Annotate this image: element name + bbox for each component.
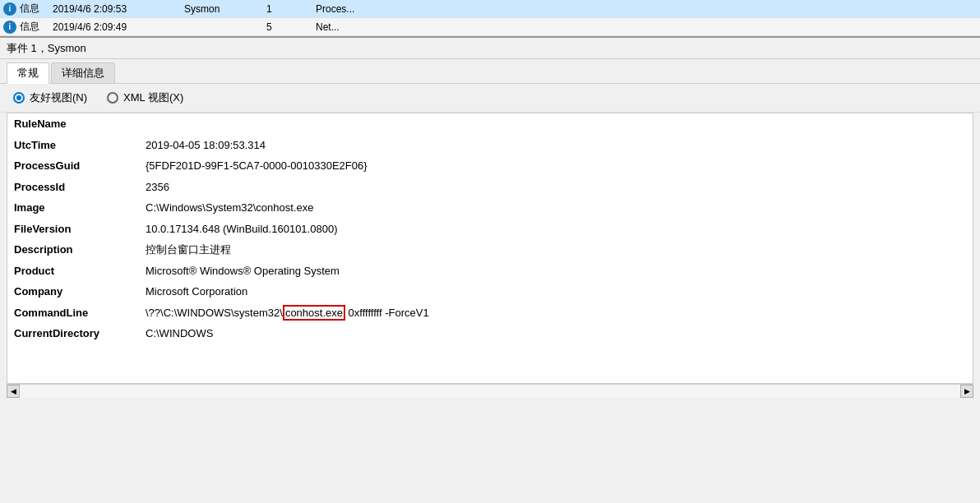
field-name: ProcessId (7, 177, 139, 198)
xml-view-radio[interactable] (107, 92, 118, 104)
table-row: ProcessId2356 (7, 177, 973, 198)
field-name: Description (7, 239, 139, 261)
table-row: ProcessGuid{5FDF201D-99F1-5CA7-0000-0010… (7, 155, 973, 177)
field-value: 2356 (139, 177, 973, 198)
table-row: FileVersion10.0.17134.648 (WinBuild.1601… (7, 219, 973, 240)
event-date-2: 2019/4/6 2:09:49 (53, 21, 184, 33)
scroll-left-arrow[interactable]: ◀ (7, 385, 20, 398)
friendly-view-radio[interactable] (13, 92, 25, 104)
field-value: {5FDF201D-99F1-5CA7-0000-0010330E2F06} (139, 155, 973, 177)
field-value: 10.0.17134.648 (WinBuild.160101.0800) (139, 219, 973, 240)
event-id-2: 5 (266, 21, 316, 33)
table-row: Description控制台窗口主进程 (7, 239, 973, 261)
event-level: 信息 (20, 2, 53, 16)
field-name: Product (7, 261, 139, 282)
tab-details[interactable]: 详细信息 (51, 62, 115, 83)
event-task: Proces... (316, 3, 381, 15)
field-value: \??\C:\WINDOWS\system32\conhost.exe 0xff… (139, 302, 973, 324)
field-name: RuleName (7, 113, 139, 135)
field-value: Microsoft® Windows® Operating System (139, 261, 973, 282)
event-row-selected[interactable]: i 信息 2019/4/6 2:09:53 Sysmon 1 Proces... (0, 0, 980, 18)
info-icon: i (3, 2, 16, 16)
highlighted-value: conhost.exe (283, 305, 345, 321)
field-value: C:\Windows\System32\conhost.exe (139, 197, 973, 219)
field-value: 2019-04-05 18:09:53.314 (139, 135, 973, 156)
table-row: CurrentDirectoryC:\WINDOWS (7, 323, 973, 344)
event-list: i 信息 2019/4/6 2:09:53 Sysmon 1 Proces...… (0, 0, 980, 36)
event-task-2: Net... (316, 21, 381, 33)
field-name: UtcTime (7, 135, 139, 156)
field-name: CommandLine (7, 302, 139, 324)
scroll-track[interactable] (20, 385, 960, 398)
field-name: FileVersion (7, 219, 139, 240)
field-name: Company (7, 281, 139, 302)
table-row: UtcTime2019-04-05 18:09:53.314 (7, 135, 973, 156)
field-value: C:\WINDOWS (139, 323, 973, 344)
xml-view-option[interactable]: XML 视图(X) (107, 90, 183, 105)
event-id: 1 (266, 3, 316, 15)
field-name: ProcessGuid (7, 155, 139, 177)
detail-panel: 事件 1，Sysmon 常规 详细信息 友好视图(N) XML 视图(X) Ru… (0, 36, 980, 397)
event-title: 事件 1，Sysmon (7, 41, 86, 56)
info-icon-2: i (3, 21, 16, 34)
tabs-bar: 常规 详细信息 (0, 59, 980, 84)
event-date: 2019/4/6 2:09:53 (53, 3, 184, 15)
bottom-scrollbar[interactable]: ◀ ▶ (7, 384, 973, 397)
event-title-bar: 事件 1，Sysmon (0, 38, 980, 59)
tab-general[interactable]: 常规 (7, 62, 49, 84)
field-name: CurrentDirectory (7, 323, 139, 344)
data-table: RuleNameUtcTime2019-04-05 18:09:53.314Pr… (7, 113, 973, 344)
table-row: CompanyMicrosoft Corporation (7, 281, 973, 302)
content-area[interactable]: RuleNameUtcTime2019-04-05 18:09:53.314Pr… (7, 113, 973, 384)
event-source: Sysmon (184, 3, 266, 15)
table-row: ProductMicrosoft® Windows® Operating Sys… (7, 261, 973, 282)
view-options: 友好视图(N) XML 视图(X) (0, 84, 980, 113)
event-row-partial[interactable]: i 信息 2019/4/6 2:09:49 5 Net... (0, 18, 980, 36)
table-row: ImageC:\Windows\System32\conhost.exe (7, 197, 973, 219)
field-value: 控制台窗口主进程 (139, 239, 973, 261)
friendly-view-option[interactable]: 友好视图(N) (13, 90, 87, 105)
xml-view-label: XML 视图(X) (123, 90, 183, 105)
field-name: Image (7, 197, 139, 219)
field-value: Microsoft Corporation (139, 281, 973, 302)
event-level-2: 信息 (20, 20, 53, 34)
scroll-right-arrow[interactable]: ▶ (960, 385, 973, 398)
friendly-view-label: 友好视图(N) (30, 90, 87, 105)
table-row: CommandLine\??\C:\WINDOWS\system32\conho… (7, 302, 973, 324)
table-row: RuleName (7, 113, 973, 135)
field-value (139, 113, 973, 135)
